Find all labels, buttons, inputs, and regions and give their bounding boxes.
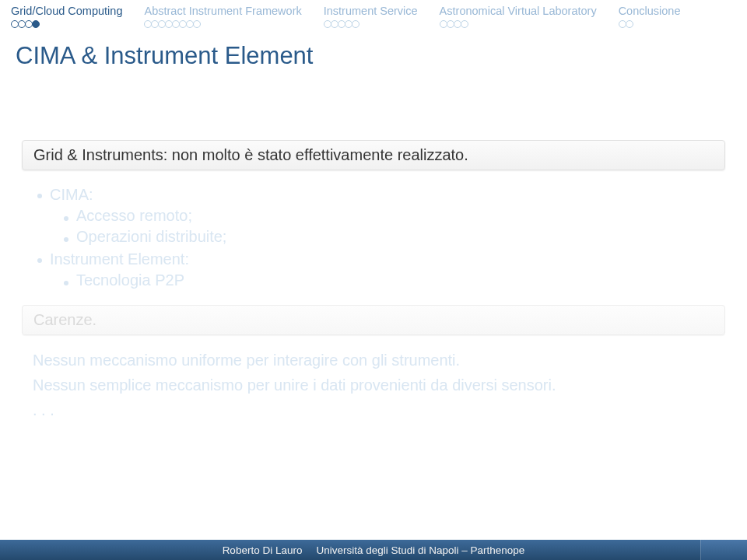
- list-item: Instrument Element:: [33, 247, 714, 270]
- nav-progress: [144, 20, 301, 28]
- body-line: Nessun meccanismo uniforme per interagir…: [33, 348, 714, 373]
- footer-nav-box[interactable]: [700, 540, 747, 560]
- list-item: Accesso remoto;: [33, 205, 714, 226]
- slide-title: CIMA & Instrument Element: [0, 28, 747, 70]
- block2-body: Nessun meccanismo uniforme per interagir…: [22, 343, 725, 422]
- nav-label: Astronomical Virtual Laboratory: [440, 5, 597, 17]
- progress-dot[interactable]: [193, 20, 201, 28]
- nav-label: Grid/Cloud Computing: [11, 5, 122, 17]
- list-item: Operazioni distribuite;: [33, 226, 714, 247]
- nav-progress: [324, 20, 418, 28]
- nav-section[interactable]: Conclusione: [619, 5, 681, 28]
- block1-title: Grid & Instruments: non molto è stato ef…: [22, 140, 725, 170]
- nav-section[interactable]: Grid/Cloud Computing: [11, 5, 122, 28]
- body-line: . . .: [33, 397, 714, 422]
- body-line: Nessun semplice meccanismo per unire i d…: [33, 373, 714, 397]
- nav-label: Conclusione: [619, 5, 681, 17]
- nav-section[interactable]: Abstract Instrument Framework: [144, 5, 301, 28]
- progress-dot[interactable]: [461, 20, 468, 28]
- nav-progress: [619, 20, 681, 28]
- nav-section[interactable]: Astronomical Virtual Laboratory: [440, 5, 597, 28]
- footer-author: Roberto Di Lauro: [223, 544, 303, 556]
- progress-dot[interactable]: [352, 20, 359, 28]
- section-nav: Grid/Cloud ComputingAbstract Instrument …: [0, 0, 747, 28]
- progress-dot[interactable]: [626, 20, 633, 28]
- list-item: CIMA:: [33, 183, 714, 205]
- nav-progress: [440, 20, 597, 28]
- faded-list: CIMA: Accesso remoto; Operazioni distrib…: [22, 178, 725, 305]
- nav-label: Instrument Service: [324, 5, 418, 17]
- nav-section[interactable]: Instrument Service: [324, 5, 418, 28]
- nav-label: Abstract Instrument Framework: [144, 5, 301, 17]
- footer-institution: Università degli Studi di Napoli – Parth…: [316, 544, 524, 556]
- progress-dot[interactable]: [32, 20, 40, 28]
- nav-progress: [11, 20, 122, 28]
- block2-title: Carenze.: [22, 305, 725, 335]
- footer: Roberto Di Lauro Università degli Studi …: [0, 540, 747, 560]
- slide-content: Grid & Instruments: non molto è stato ef…: [0, 70, 747, 422]
- list-item: Tecnologia P2P: [33, 270, 714, 291]
